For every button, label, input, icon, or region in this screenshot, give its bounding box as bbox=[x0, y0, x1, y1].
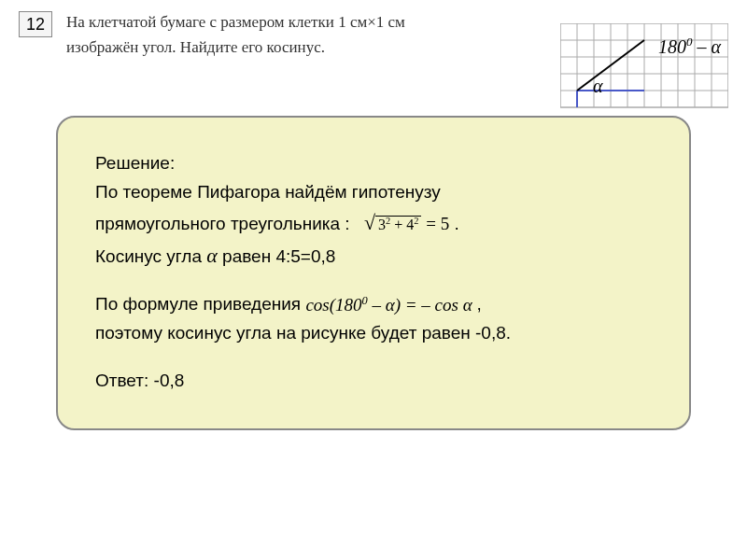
solution-line-2a: прямоугольного треугольника : bbox=[95, 214, 350, 233]
red-paren1: (180 bbox=[330, 295, 362, 315]
label-minus: – bbox=[693, 36, 712, 57]
solution-line-4a: По формуле приведения bbox=[95, 295, 305, 315]
solution-line-1: По теореме Пифагора найдём гипотенузу bbox=[95, 179, 652, 206]
grid-diagram: 1800 – α α bbox=[560, 23, 728, 112]
red-minus: – bbox=[368, 295, 386, 315]
solution-line-3: Косинус угла α равен 4:5=0,8 bbox=[95, 240, 652, 271]
red-paren2: ) = – cos bbox=[395, 295, 463, 315]
pyth-eq: = 5 bbox=[421, 214, 449, 233]
solution-line-5: поэтому косинус угла на рисунке будет ра… bbox=[95, 320, 652, 347]
solution-alpha: α bbox=[206, 244, 218, 267]
solution-panel: Решение: По теореме Пифагора найдём гипо… bbox=[56, 116, 691, 430]
sqrt-content: 32 + 42 bbox=[375, 216, 421, 232]
solution-line-2: прямоугольного треугольника : √32 + 42 =… bbox=[95, 207, 652, 238]
label-alpha-2: α bbox=[593, 76, 603, 96]
sqrt-icon: √ bbox=[364, 211, 375, 234]
solution-line-2-end: . bbox=[454, 214, 458, 233]
problem-number: 12 bbox=[19, 11, 52, 37]
red-alpha2: α bbox=[463, 295, 472, 315]
problem-text-line2: изображён угол. Найдите его косинус. bbox=[66, 38, 325, 56]
solution-line-4-end: , bbox=[476, 295, 481, 315]
red-alpha1: α bbox=[386, 295, 395, 315]
solution-title: Решение: bbox=[95, 150, 652, 177]
problem-text-line1: На клетчатой бумаге с размером клетки 1 … bbox=[66, 13, 405, 31]
solution-answer: Ответ: -0,8 bbox=[95, 368, 652, 395]
pythagoras-formula: √32 + 42 = 5 bbox=[364, 207, 449, 238]
angle-alpha-label: α bbox=[593, 76, 603, 97]
pyth-plus: + 4 bbox=[390, 217, 414, 232]
reduction-formula: cos(1800 – α) = – cos α bbox=[305, 295, 476, 315]
angle-formula-label: 1800 – α bbox=[658, 35, 721, 58]
pyth-3: 3 bbox=[378, 217, 386, 232]
solution-line-3b: равен 4:5=0,8 bbox=[222, 246, 335, 266]
label-180: 180 bbox=[658, 36, 686, 57]
label-alpha-1: α bbox=[712, 36, 722, 57]
solution-line-3a: Косинус угла bbox=[95, 246, 206, 266]
red-cos: cos bbox=[305, 295, 329, 315]
pyth-sup2: 2 bbox=[414, 216, 418, 226]
solution-line-4: По формуле приведения cos(1800 – α) = – … bbox=[95, 291, 652, 318]
